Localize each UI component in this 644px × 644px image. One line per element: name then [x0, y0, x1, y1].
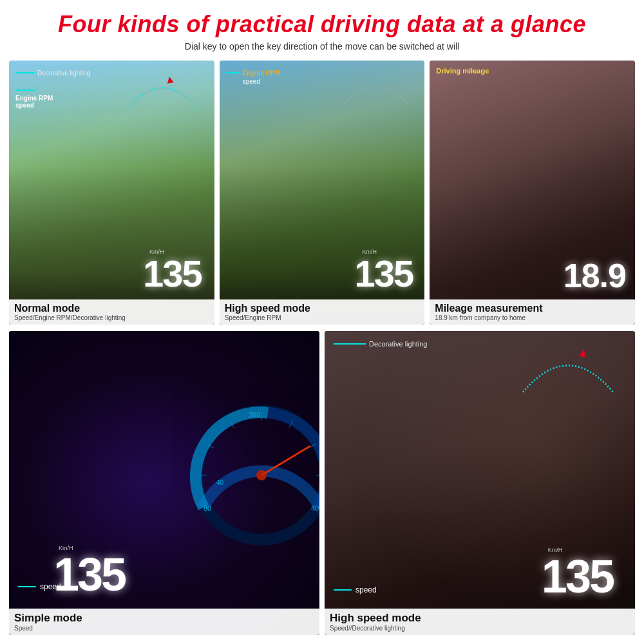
svg-text:400: 400 — [311, 504, 319, 512]
normal-decorative-label: Decorative lighting — [37, 70, 90, 77]
card-high-speed-mode: Engine RPM speed Km/H 135 High speed mod… — [220, 61, 425, 325]
normal-footer: Normal mode Speed/Engine RPM/Decorative … — [9, 299, 214, 325]
normal-engine-label: Engine RPMspeed — [15, 95, 90, 109]
simple-speed: 135 — [53, 551, 125, 598]
simple-mode-title: Simple mode — [14, 612, 314, 625]
high-speed-mode-subtitle: Speed/Engine RPM — [225, 314, 420, 321]
hsd-speed: 135 — [542, 553, 613, 600]
hsd-mode-subtitle: Speed//Decorative lighting — [330, 625, 630, 632]
card-simple-mode: 80 360 400 40 speed Km/H 135 — [9, 331, 319, 635]
mileage-footer: Mileage measurement 18.9 km from company… — [430, 299, 635, 325]
simple-mode-subtitle: Speed — [14, 625, 314, 632]
hsd-engine-label: Engine RPM — [243, 70, 280, 77]
mileage-mode-subtitle: 18.9 km from company to home — [435, 314, 630, 321]
normal-speed: 135 — [143, 255, 202, 292]
high-speed-footer: High speed mode Speed/Engine RPM — [220, 299, 425, 325]
simple-footer: Simple mode Speed — [9, 609, 319, 635]
bottom-grid: 80 360 400 40 speed Km/H 135 — [9, 331, 635, 635]
top-grid: Decorative lighting Engine RPMspeed Km/H… — [9, 61, 635, 325]
mileage-speed: 18.9 — [564, 259, 626, 292]
card-mileage-mode: Driving mileage 18.9 Mileage measurement… — [430, 61, 635, 325]
hsd-mode-title: High speed mode — [330, 612, 630, 625]
header: Four kinds of practical driving data at … — [9, 12, 635, 54]
hsd-footer: High speed mode Speed//Decorative lighti… — [325, 609, 635, 635]
card-normal-mode: Decorative lighting Engine RPMspeed Km/H… — [9, 61, 214, 325]
hsd-decorative-label: Decorative lighting — [369, 340, 428, 348]
svg-marker-16 — [579, 348, 587, 357]
hsd-speed-label: speed — [355, 585, 377, 594]
driving-mileage-label: Driving mileage — [436, 67, 629, 75]
high-speed-mode-title: High speed mode — [225, 303, 420, 314]
high-speed-speed: 135 — [355, 255, 413, 292]
normal-mode-subtitle: Speed/Engine RPM/Decorative lighting — [14, 314, 209, 321]
page-subtitle: Dial key to open the key direction of th… — [9, 41, 635, 52]
svg-marker-0 — [166, 76, 174, 84]
page-title: Four kinds of practical driving data at … — [9, 12, 635, 37]
card-hsd-mode: Decorative lighting speed Km/H 135 High … — [325, 331, 635, 635]
page-wrapper: Four kinds of practical driving data at … — [0, 0, 644, 644]
mileage-mode-title: Mileage measurement — [435, 303, 630, 314]
normal-mode-title: Normal mode — [14, 303, 209, 314]
